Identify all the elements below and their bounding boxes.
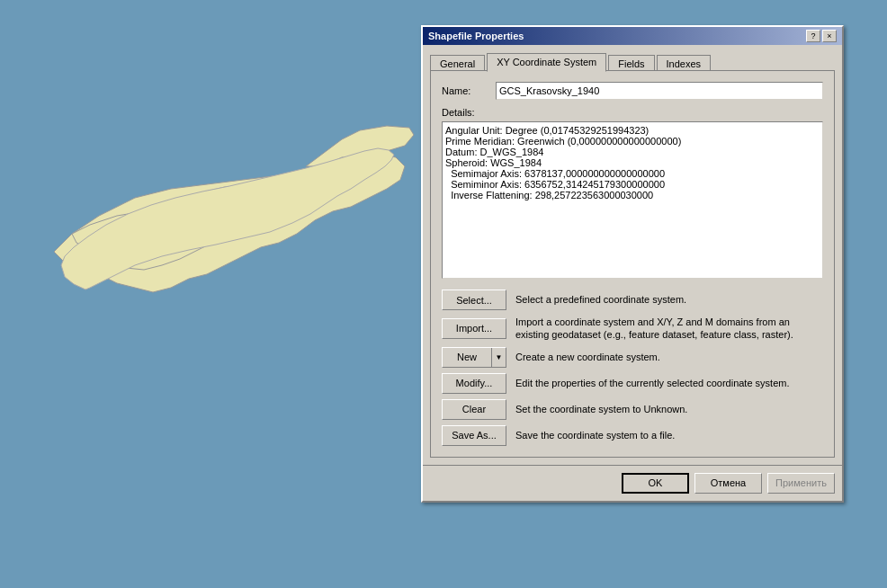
new-button-dropdown[interactable]: ▼ <box>491 348 506 367</box>
clear-button[interactable]: Clear <box>442 399 506 420</box>
new-row: New ▼ Create a new coordinate system. <box>442 347 823 368</box>
apply-button[interactable]: Применить <box>767 473 835 494</box>
name-label: Name: <box>442 85 496 96</box>
action-buttons-column: Select... Select a predefined coordinate… <box>442 290 823 446</box>
tabs-container: General XY Coordinate System Fields Inde… <box>430 52 835 71</box>
new-button[interactable]: New <box>443 348 491 367</box>
modify-row: Modify... Edit the properties of the cur… <box>442 373 823 394</box>
import-button[interactable]: Import... <box>442 318 506 339</box>
buttons-section: Select... Select a predefined coordinate… <box>442 290 823 446</box>
help-button[interactable]: ? <box>806 30 820 42</box>
dialog-title-bar: Shapefile Properties ? × <box>423 27 842 45</box>
dialog-content: General XY Coordinate System Fields Inde… <box>423 45 842 465</box>
ok-button[interactable]: OK <box>622 473 689 494</box>
tab-xy-coordinate[interactable]: XY Coordinate System <box>487 53 606 72</box>
name-input[interactable] <box>496 82 823 100</box>
save-as-row: Save As... Save the coordinate system to… <box>442 425 823 446</box>
details-label: Details: <box>442 107 823 118</box>
save-as-description: Save the coordinate system to a file. <box>515 429 823 441</box>
import-description: Import a coordinate system and X/Y, Z an… <box>515 316 823 342</box>
title-bar-buttons: ? × <box>806 30 837 42</box>
clear-row: Clear Set the coordinate system to Unkno… <box>442 399 823 420</box>
new-description: Create a new coordinate system. <box>515 351 823 363</box>
dialog-footer: OK Отмена Применить <box>423 465 842 501</box>
dialog-title: Shapefile Properties <box>428 31 524 41</box>
new-button-container: New ▼ <box>442 347 506 368</box>
name-row: Name: <box>442 82 823 100</box>
clear-description: Set the coordinate system to Unknown. <box>515 403 823 415</box>
import-row: Import... Import a coordinate system and… <box>442 316 823 342</box>
shapefile-properties-dialog: Shapefile Properties ? × General XY Coor… <box>421 25 844 503</box>
select-description: Select a predefined coordinate system. <box>515 293 823 306</box>
modify-button[interactable]: Modify... <box>442 373 506 394</box>
select-row: Select... Select a predefined coordinate… <box>442 290 823 310</box>
tab-panel-xy-coordinate: Name: Details: Select... Select a predef… <box>430 70 835 458</box>
save-as-button[interactable]: Save As... <box>442 425 506 446</box>
close-button[interactable]: × <box>822 30 837 42</box>
select-button[interactable]: Select... <box>442 290 506 310</box>
cancel-button[interactable]: Отмена <box>694 473 762 494</box>
details-textarea[interactable] <box>442 121 823 279</box>
modify-description: Edit the properties of the currently sel… <box>515 377 823 389</box>
